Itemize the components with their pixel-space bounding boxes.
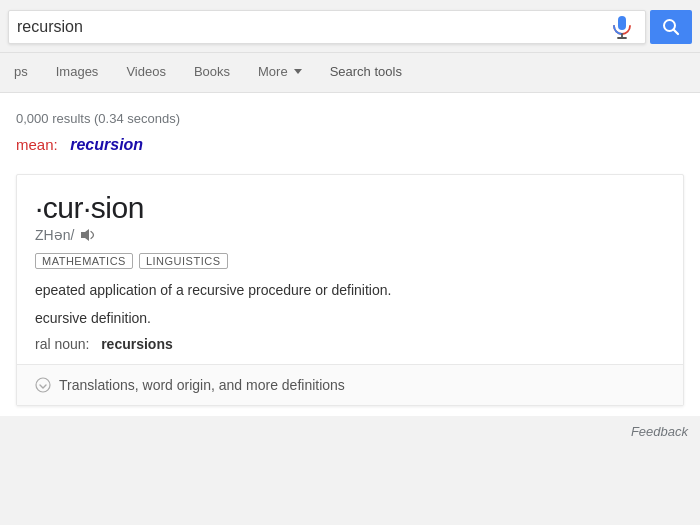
plural-label: ral noun: [35,336,89,352]
search-icon [662,18,680,36]
svg-line-4 [674,30,679,35]
dictionary-card: ·cur·sion ZHən/ MATHEMATICS LINGUISTICS … [16,174,684,406]
tab-more[interactable]: More [244,53,316,93]
feedback-link[interactable]: Feedback [631,424,688,439]
svg-point-6 [36,378,50,392]
did-you-mean-term[interactable]: recursion [70,136,143,153]
dictionary-definition-2: ecursive definition. [35,307,665,335]
audio-speaker-button[interactable] [80,227,96,243]
dictionary-pronunciation: ZHən/ [35,227,665,243]
svg-rect-0 [618,16,626,30]
chevron-down-icon [294,69,302,74]
dictionary-word: ·cur·sion [35,191,665,225]
search-input-container [8,10,646,44]
did-you-mean: mean: recursion [16,130,684,164]
did-you-mean-label: mean: [16,136,58,153]
tag-linguistics: LINGUISTICS [139,253,228,269]
dictionary-tags: MATHEMATICS LINGUISTICS [35,253,665,269]
tab-books[interactable]: Books [180,53,244,93]
tab-videos[interactable]: Videos [112,53,180,93]
results-area: 0,000 results (0.34 seconds) mean: recur… [0,93,700,416]
plural-value: recursions [101,336,173,352]
more-definitions-row[interactable]: Translations, word origin, and more defi… [17,364,683,405]
tab-search-tools[interactable]: Search tools [316,53,416,93]
more-definitions-text: Translations, word origin, and more defi… [59,377,345,393]
results-count: 0,000 results (0.34 seconds) [16,103,684,130]
search-button[interactable] [650,10,692,44]
tab-apps[interactable]: ps [0,53,42,93]
speaker-icon [80,227,96,243]
mic-icon [613,15,631,39]
nav-tabs: ps Images Videos Books More Search tools [0,53,700,93]
feedback-row: Feedback [0,416,700,444]
search-bar-wrapper [0,0,700,53]
mic-button[interactable] [607,11,637,43]
svg-marker-5 [81,229,89,241]
dictionary-definition: epeated application of a recursive proce… [35,279,665,307]
search-input[interactable] [17,18,607,36]
tab-images[interactable]: Images [42,53,113,93]
expand-icon [35,377,51,393]
tag-mathematics: MATHEMATICS [35,253,133,269]
dictionary-plural: ral noun: recursions [35,336,665,364]
